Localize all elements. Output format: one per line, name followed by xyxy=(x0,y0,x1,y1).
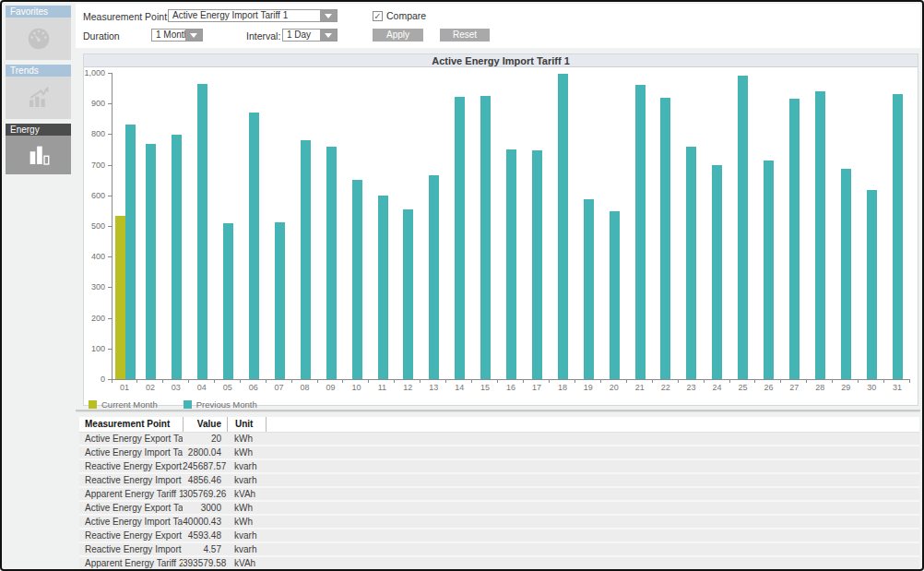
table-row[interactable]: Reactive Energy Import Tariff 14856.46kv… xyxy=(79,474,919,488)
table-row[interactable]: Active Energy Import Tariff 240000.43kWh xyxy=(79,516,919,529)
bar-previous-month xyxy=(532,150,542,379)
bar-group xyxy=(216,223,242,379)
dropdown-button[interactable] xyxy=(320,30,337,41)
measurement-point-cell: Apparent Energy Tariff 1 xyxy=(79,488,183,500)
bar-previous-month xyxy=(610,211,620,379)
bar-group xyxy=(575,199,601,379)
x-tick-label: 07 xyxy=(267,380,292,394)
y-tick-label: 700 xyxy=(91,161,105,170)
unit-cell: kvarh xyxy=(227,474,266,486)
measurement-table: Measurement PointValueUnit Active Energy… xyxy=(79,417,919,569)
value-cell: 20 xyxy=(183,433,227,445)
column-header: Unit xyxy=(228,417,267,432)
bar-previous-month xyxy=(558,74,568,379)
bar-group xyxy=(550,74,575,379)
table-row[interactable]: Apparent Energy Tariff 1305769.26kVAh xyxy=(79,488,919,502)
x-tick-label: 05 xyxy=(215,380,241,394)
sidebar-item-energy[interactable]: Energy xyxy=(6,124,71,174)
legend-swatch xyxy=(89,400,97,409)
x-tick-label: 16 xyxy=(498,380,524,394)
apply-button[interactable]: Apply xyxy=(373,29,423,42)
bar-group xyxy=(679,147,705,379)
unit-cell: kvarh xyxy=(227,529,266,541)
compare-checkbox[interactable]: ✓ Compare xyxy=(373,10,426,21)
table-row[interactable]: Apparent Energy Tariff 2393579.58kVAh xyxy=(79,557,919,571)
bar-previous-month xyxy=(764,161,774,379)
unit-cell: kWh xyxy=(227,446,266,458)
chart-plot xyxy=(112,73,910,380)
bar-previous-month xyxy=(738,76,748,379)
table-row[interactable]: Reactive Energy Export Tariff 1245687.57… xyxy=(79,460,919,474)
legend-item: Current Month xyxy=(89,399,158,410)
bar-previous-month xyxy=(429,175,439,379)
chart-y-axis: 01002003004005006007008009001,000 xyxy=(84,73,112,380)
chart-bars xyxy=(113,73,910,379)
value-cell: 4856.46 xyxy=(183,474,227,486)
bar-group xyxy=(318,147,344,379)
value-cell: 393579.58 xyxy=(183,557,227,569)
unit-cell: kvarh xyxy=(227,460,266,472)
unit-cell: kVAh xyxy=(227,488,266,500)
bar-previous-month xyxy=(867,190,877,379)
bar-previous-month xyxy=(455,97,465,379)
chart-x-axis: 0102030405060708091011121314151617181920… xyxy=(112,380,910,394)
x-tick-label: 03 xyxy=(163,380,189,394)
reset-button[interactable]: Reset xyxy=(440,29,490,42)
bar-group xyxy=(884,94,910,379)
measurement-point-cell: Active Energy Import Tariff 2 xyxy=(79,516,183,528)
x-tick-label: 15 xyxy=(472,380,498,394)
bar-current-month xyxy=(115,216,125,379)
x-tick-label: 04 xyxy=(189,380,215,394)
panel-divider xyxy=(76,410,920,412)
x-tick-label: 08 xyxy=(292,380,318,394)
unit-cell: kWh xyxy=(227,502,266,514)
table-row[interactable]: Reactive Energy Import Tariff 24.57kvarh xyxy=(79,543,919,557)
gauge-icon xyxy=(6,18,71,60)
bar-group xyxy=(601,211,627,379)
duration-label: Duration xyxy=(83,30,120,42)
bar-group xyxy=(705,165,730,379)
measurement-point-dropdown[interactable]: Active Energy Import Tariff 1 xyxy=(168,9,338,22)
dropdown-button[interactable] xyxy=(185,30,202,41)
bar-group xyxy=(859,190,884,379)
bar-group xyxy=(807,91,833,379)
bar-previous-month xyxy=(172,135,182,379)
x-tick-label: 19 xyxy=(575,380,601,394)
bar-previous-month xyxy=(712,165,722,379)
value-cell: 3000 xyxy=(183,502,227,514)
x-tick-label: 26 xyxy=(755,380,781,394)
value-cell: 2800.04 xyxy=(183,446,227,458)
sidebar-item-trends[interactable]: Trends xyxy=(6,65,71,119)
sidebar-item-favorites[interactable]: Favorites xyxy=(6,6,71,60)
dropdown-button[interactable] xyxy=(320,10,337,21)
table-row[interactable]: Active Energy Export Tariff 120kWh xyxy=(79,433,919,446)
table-header: Measurement PointValueUnit xyxy=(79,417,919,433)
trends-icon xyxy=(6,77,71,119)
x-tick-label: 17 xyxy=(524,380,550,394)
measurement-point-cell: Reactive Energy Export Tariff 1 xyxy=(79,460,183,472)
measurement-point-cell: Reactive Energy Import Tariff 2 xyxy=(79,543,183,555)
interval-dropdown[interactable]: 1 Day xyxy=(282,29,338,42)
x-tick-label: 27 xyxy=(781,380,807,394)
table-row[interactable]: Active Energy Export Tariff 23000kWh xyxy=(79,502,919,516)
bar-previous-month xyxy=(841,169,851,379)
bar-group xyxy=(447,97,473,379)
legend-item: Previous Month xyxy=(184,399,257,410)
bar-group xyxy=(190,84,216,379)
value-cell: 245687.57 xyxy=(183,460,227,472)
bar-group xyxy=(499,149,525,379)
compare-label: Compare xyxy=(386,10,426,21)
table-row[interactable]: Active Energy Import Tariff 12800.04kWh xyxy=(79,446,919,460)
table-row[interactable]: Reactive Energy Export Tariff 24593.48kv… xyxy=(79,529,919,543)
bar-group xyxy=(267,222,292,379)
x-tick-label: 11 xyxy=(369,380,395,394)
y-tick-label: 200 xyxy=(91,315,105,323)
x-tick-label: 14 xyxy=(446,380,472,394)
duration-dropdown[interactable]: 1 Month xyxy=(151,29,203,42)
bar-previous-month xyxy=(789,99,800,379)
bar-group xyxy=(292,140,318,379)
x-tick-label: 20 xyxy=(601,380,627,394)
y-tick-label: 400 xyxy=(91,253,105,261)
bar-previous-month xyxy=(301,140,311,379)
chevron-down-icon xyxy=(325,33,332,38)
